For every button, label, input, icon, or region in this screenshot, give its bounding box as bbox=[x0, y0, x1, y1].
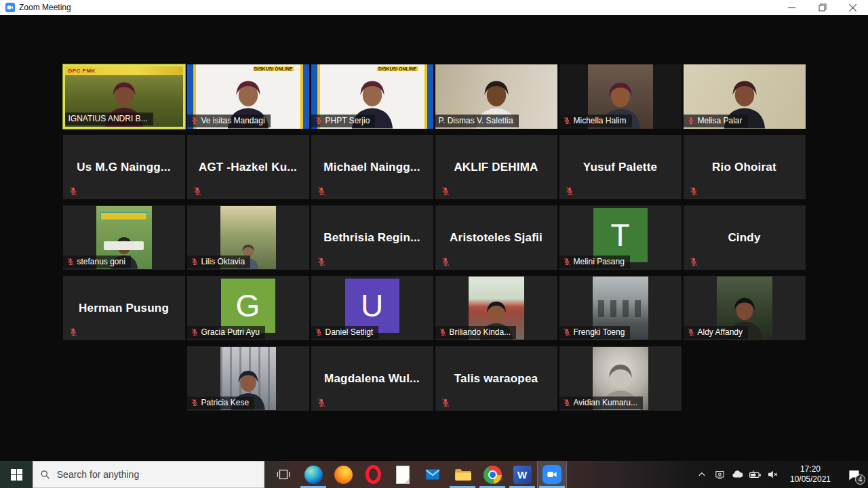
participant-tile[interactable]: Talis waraopea bbox=[435, 346, 557, 411]
action-center-button[interactable]: 4 bbox=[840, 461, 868, 488]
zoom-app-taskbar-button[interactable] bbox=[537, 461, 567, 488]
close-button[interactable] bbox=[837, 0, 868, 15]
chevron-up-tray-button[interactable] bbox=[693, 461, 711, 488]
participant-name: Patricia Kese bbox=[201, 398, 250, 407]
participant-name: PHPT Serjio bbox=[326, 116, 370, 125]
participant-label: Michella Halim bbox=[559, 115, 632, 127]
chrome-taskbar-button[interactable] bbox=[477, 461, 507, 488]
participant-label: Patricia Kese bbox=[187, 396, 255, 409]
participant-tile[interactable]: Aldy Affandy bbox=[684, 276, 806, 340]
participant-name: Briliando Kinda... bbox=[450, 327, 511, 337]
participant-label: Melini Pasang bbox=[559, 256, 630, 268]
participant-tile[interactable]: Briliando Kinda... bbox=[435, 276, 557, 340]
participant-label: Ve isitas Mandagi bbox=[187, 115, 271, 127]
system-tray: 17:20 10/05/2021 4 bbox=[693, 461, 868, 488]
mic-muted-icon bbox=[66, 258, 75, 266]
participant-tile[interactable]: Herman Pusung bbox=[63, 276, 185, 340]
mic-muted-icon bbox=[68, 186, 78, 196]
participant-name: stefanus goni bbox=[77, 257, 125, 266]
participant-tile[interactable]: Us M.G Naingg... bbox=[63, 135, 185, 199]
participant-tile[interactable]: Frengki Toeng bbox=[559, 276, 682, 340]
mic-muted-icon bbox=[191, 258, 199, 266]
participant-label: Frengki Toeng bbox=[559, 326, 631, 339]
participant-tile[interactable]: Michella Halim bbox=[559, 64, 682, 129]
participant-tile[interactable]: Lilis Oktavia bbox=[187, 205, 309, 270]
task-view-taskbar-button[interactable] bbox=[269, 461, 298, 488]
participant-tile[interactable]: P. Dismas V. Salettia bbox=[435, 64, 557, 129]
chevron-up-icon bbox=[697, 470, 707, 479]
clock-date: 10/05/2021 bbox=[784, 474, 837, 485]
onedrive-tray-button[interactable] bbox=[728, 461, 746, 488]
minimize-button[interactable] bbox=[776, 0, 807, 15]
participant-tile[interactable]: Aristoteles Sjafii bbox=[435, 205, 557, 270]
participant-tile[interactable]: UDaniel Setligt bbox=[311, 276, 433, 340]
participant-label: Aldy Affandy bbox=[684, 326, 749, 339]
volume-muted-tray-button[interactable] bbox=[764, 461, 781, 488]
participant-label: stefanus goni bbox=[63, 256, 131, 268]
restore-button[interactable] bbox=[807, 0, 837, 15]
battery-tray-button[interactable] bbox=[746, 461, 764, 488]
participant-label: Melisa Palar bbox=[684, 115, 748, 127]
cast-tray-button[interactable] bbox=[711, 461, 728, 488]
taskbar-search[interactable] bbox=[33, 461, 264, 488]
participant-tile[interactable]: Avidian Kumaru... bbox=[559, 346, 682, 411]
taskbar-apps: W bbox=[269, 461, 567, 488]
participant-tile[interactable]: Patricia Kese bbox=[187, 346, 309, 411]
search-icon bbox=[40, 469, 50, 480]
participant-name: Us M.G Naingg... bbox=[63, 135, 185, 199]
participant-label: Avidian Kumaru... bbox=[559, 396, 644, 409]
participant-tile[interactable]: DISKUSI ONLINEPHPT Serjio bbox=[311, 64, 433, 129]
participant-name: Talis waraopea bbox=[435, 346, 557, 411]
participant-tile[interactable]: GGracia Putri Ayu bbox=[187, 276, 309, 340]
participant-name: Gracia Putri Ayu bbox=[201, 327, 260, 337]
taskbar-clock[interactable]: 17:20 10/05/2021 bbox=[781, 464, 840, 485]
participant-tile[interactable]: AGT -Hazkel Ku... bbox=[187, 135, 309, 199]
chrome-icon bbox=[484, 466, 502, 484]
participant-tile[interactable]: Bethrisia Regin... bbox=[311, 205, 433, 270]
participant-name: AKLIF DEHIMA bbox=[435, 135, 557, 199]
opera-taskbar-button[interactable] bbox=[358, 461, 388, 488]
search-input[interactable] bbox=[57, 469, 257, 480]
firefox-icon bbox=[334, 466, 353, 484]
firefox-taskbar-button[interactable] bbox=[328, 461, 358, 488]
start-button[interactable] bbox=[0, 461, 33, 488]
mic-muted-icon bbox=[191, 328, 199, 336]
video-banner-text: DISKUSI ONLINE bbox=[377, 66, 418, 71]
participant-name: Daniel Setligt bbox=[326, 327, 374, 337]
file-explorer-icon bbox=[454, 466, 472, 484]
participant-tile[interactable]: Cindy bbox=[684, 205, 806, 270]
participant-tile[interactable]: Michael Naingg... bbox=[311, 135, 433, 199]
mic-muted-icon bbox=[689, 257, 698, 266]
mic-muted-icon bbox=[317, 257, 326, 266]
file-explorer-taskbar-button[interactable] bbox=[448, 461, 477, 488]
participant-tile[interactable]: TMelini Pasang bbox=[559, 205, 682, 270]
cast-icon bbox=[714, 469, 726, 481]
window-titlebar: Zoom Meeting bbox=[0, 0, 868, 15]
notepad-taskbar-button[interactable] bbox=[388, 461, 418, 488]
participant-name: Melini Pasang bbox=[574, 257, 625, 266]
participant-name: Michael Naingg... bbox=[311, 135, 433, 199]
participant-tile[interactable]: AKLIF DEHIMA bbox=[435, 135, 557, 199]
participant-tile[interactable]: Rio Ohoirat bbox=[684, 135, 806, 199]
participant-tile[interactable]: Yusuf Palette bbox=[559, 135, 682, 199]
participant-tile[interactable]: DISKUSI ONLINEVe isitas Mandagi bbox=[187, 64, 309, 129]
mic-muted-icon bbox=[315, 117, 323, 125]
participant-name: Frengki Toeng bbox=[574, 327, 625, 337]
word-taskbar-button[interactable]: W bbox=[507, 461, 537, 488]
zoom-logo-icon bbox=[5, 3, 15, 12]
participant-name: Michella Halim bbox=[574, 116, 627, 125]
participant-grid: DPC PMKIGNATIUS ANDRI B...DISKUSI ONLINE… bbox=[62, 64, 806, 411]
participant-tile[interactable]: DPC PMKIGNATIUS ANDRI B... bbox=[63, 64, 185, 129]
participant-tile[interactable]: Magdalena Wul... bbox=[311, 346, 433, 411]
participant-label: Lilis Oktavia bbox=[187, 256, 251, 268]
edge-taskbar-button[interactable] bbox=[298, 461, 328, 488]
participant-tile[interactable]: stefanus goni bbox=[63, 205, 185, 270]
mail-taskbar-button[interactable] bbox=[418, 461, 448, 488]
zoom-app-icon bbox=[542, 465, 561, 484]
mic-muted-icon bbox=[563, 399, 571, 407]
participant-name: Aristoteles Sjafii bbox=[435, 205, 557, 270]
meeting-stage: DPC PMKIGNATIUS ANDRI B...DISKUSI ONLINE… bbox=[0, 15, 868, 461]
mic-muted-icon bbox=[441, 398, 450, 407]
volume-muted-icon bbox=[766, 468, 778, 481]
participant-tile[interactable]: Melisa Palar bbox=[684, 64, 806, 129]
